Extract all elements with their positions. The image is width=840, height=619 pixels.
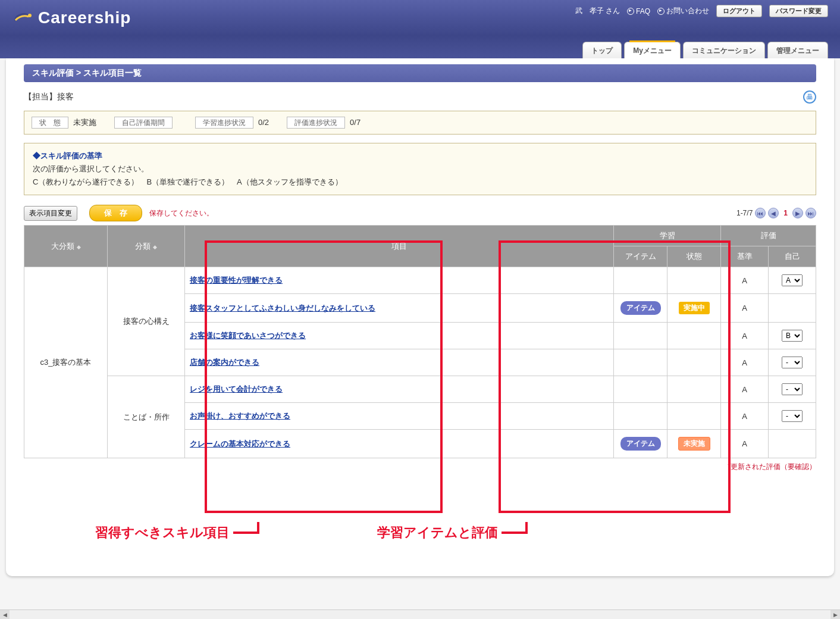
tab-communication[interactable]: コミュニケーション: [683, 42, 765, 58]
item-cell: 店舗の案内ができる: [185, 349, 614, 376]
item-link[interactable]: 接客スタッフとしてふさわしい身だしなみをしている: [190, 304, 375, 312]
pager: 1-7/7 ⏮ ◀ 1 ▶ ⏭: [736, 208, 816, 218]
scroll-left-icon[interactable]: ◀: [0, 610, 10, 620]
self-select[interactable]: -ABC: [782, 330, 803, 342]
item-cell: クレームの基本対応ができる: [185, 430, 614, 458]
arrow-icon: [627, 8, 634, 15]
minor-cell: 接客の心構え: [108, 267, 185, 376]
callout-label-left: 習得すべきスキル項目: [95, 524, 259, 542]
section-title: 【担当】接客: [24, 92, 74, 102]
status-badge: 未実施: [678, 437, 710, 451]
minor-cell: ことば・所作: [108, 376, 185, 458]
scroll-right-icon[interactable]: ▶: [830, 610, 840, 620]
tab-admin[interactable]: 管理メニュー: [767, 42, 828, 58]
item-badge[interactable]: アイテム: [620, 437, 661, 451]
learn-item-cell: アイテム: [614, 430, 667, 458]
item-link[interactable]: 店舗の案内ができる: [190, 358, 259, 367]
print-icon[interactable]: 🖶: [803, 90, 816, 104]
svg-point-0: [28, 14, 32, 17]
th-learn-item: アイテム: [614, 246, 667, 267]
pager-last-icon[interactable]: ⏭: [805, 208, 816, 218]
th-major[interactable]: 大分類◆: [24, 226, 108, 267]
callout-label-right: 学習アイテムと評価: [377, 524, 528, 542]
th-eval-base: 基準: [721, 246, 769, 267]
criteria-line2: C（教わりながら遂行できる） B（単独で遂行できる） A（他スタッフを指導できる…: [33, 176, 807, 189]
content: スキル評価 > スキル項目一覧 【担当】接客 🖶 状 態未実施 自己評価期間 学…: [6, 58, 834, 576]
base-cell: A: [721, 403, 769, 430]
item-cell: お声掛け、おすすめができる: [185, 403, 614, 430]
base-cell: A: [721, 376, 769, 403]
item-badge[interactable]: アイテム: [620, 301, 661, 315]
base-cell: A: [721, 294, 769, 323]
logo-text: Careership: [38, 8, 131, 27]
self-cell: [769, 294, 816, 323]
status-box: 状 態未実施 自己評価期間 学習進捗状況0/2 評価進捗状況0/7: [24, 111, 816, 135]
contact-link[interactable]: お問い合わせ: [657, 6, 709, 16]
faq-link[interactable]: FAQ: [627, 7, 650, 15]
learn-item-cell: [614, 403, 667, 430]
self-select[interactable]: -ABC: [782, 383, 803, 395]
eval-progress-label: 評価進捗状況: [287, 117, 345, 129]
criteria-line1: 次の評価から選択してください。: [33, 162, 807, 176]
save-hint: 保存してください。: [149, 208, 214, 218]
item-link[interactable]: 接客の重要性が理解できる: [190, 276, 283, 285]
item-cell: 接客スタッフとしてふさわしい身だしなみをしている: [185, 294, 614, 323]
skill-table: 大分類◆ 分類◆ 項目 学習 評価 アイテム 状態 基準 自己 c3_接客の基本…: [24, 225, 816, 458]
learn-item-cell: [614, 349, 667, 376]
pager-prev-icon[interactable]: ◀: [768, 208, 779, 218]
item-link[interactable]: お声掛け、おすすめができる: [190, 411, 290, 420]
tab-row: トップ Myメニュー コミュニケーション 管理メニュー: [0, 36, 840, 58]
self-cell: -ABC: [769, 403, 816, 430]
self-select[interactable]: -ABC: [782, 357, 803, 368]
base-cell: A: [721, 323, 769, 349]
password-change-button[interactable]: パスワード変更: [769, 5, 828, 17]
learn-item-cell: [614, 323, 667, 349]
learn-status-cell: [667, 267, 721, 294]
toolbar: 表示項目変更 保 存 保存してください。 1-7/7 ⏮ ◀ 1 ▶ ⏭: [24, 205, 816, 221]
tab-my-menu[interactable]: Myメニュー: [624, 42, 681, 58]
save-button[interactable]: 保 存: [89, 205, 142, 221]
item-link[interactable]: クレームの基本対応ができる: [190, 439, 290, 448]
th-learn-status: 状態: [667, 246, 721, 267]
logo-icon: [12, 7, 33, 29]
th-learn: 学習: [614, 226, 721, 246]
learn-status-cell: 未実施: [667, 430, 721, 458]
learn-item-cell: アイテム: [614, 294, 667, 323]
learn-status-cell: [667, 376, 721, 403]
item-cell: お客様に笑顔であいさつができる: [185, 323, 614, 349]
pager-first-icon[interactable]: ⏮: [755, 208, 766, 218]
th-item[interactable]: 項目: [185, 226, 614, 267]
table-row: c3_接客の基本接客の心構え接客の重要性が理解できるA-ABC: [24, 267, 816, 294]
horizontal-scrollbar[interactable]: ◀ ▶: [0, 609, 840, 619]
self-select[interactable]: -ABC: [782, 274, 803, 286]
header-bar: Careership 武 孝子 さん FAQ お問い合わせ ログアウト パスワー…: [0, 0, 840, 36]
base-cell: A: [721, 267, 769, 294]
criteria-title: ◆スキル評価の基準: [33, 149, 807, 162]
eval-progress-value: 0/7: [350, 118, 361, 127]
tab-top[interactable]: トップ: [582, 42, 622, 58]
arrow-icon: [657, 8, 665, 15]
base-cell: A: [721, 430, 769, 458]
logout-button[interactable]: ログアウト: [716, 5, 762, 17]
pager-next-icon[interactable]: ▶: [792, 208, 803, 218]
progress-label: 学習進捗状況: [195, 117, 253, 129]
logo: Careership: [12, 7, 131, 29]
item-cell: 接客の重要性が理解できる: [185, 267, 614, 294]
state-value: 未実施: [73, 118, 96, 127]
th-minor[interactable]: 分類◆: [108, 226, 185, 267]
change-columns-button[interactable]: 表示項目変更: [24, 206, 77, 221]
learn-status-cell: [667, 349, 721, 376]
self-cell: [769, 430, 816, 458]
self-select[interactable]: -ABC: [782, 410, 803, 422]
th-eval-self: 自己: [769, 246, 816, 267]
item-link[interactable]: お客様に笑顔であいさつができる: [190, 331, 306, 340]
base-cell: A: [721, 349, 769, 376]
item-link[interactable]: レジを用いて会計ができる: [190, 384, 283, 393]
learn-item-cell: [614, 267, 667, 294]
self-period-label: 自己評価期間: [114, 117, 173, 129]
learn-status-cell: [667, 403, 721, 430]
page-current: 1: [783, 209, 788, 217]
self-cell: -ABC: [769, 267, 816, 294]
table-row: ことば・所作レジを用いて会計ができるA-ABC: [24, 376, 816, 403]
footnote: *更新された評価（要確認）: [24, 462, 816, 472]
